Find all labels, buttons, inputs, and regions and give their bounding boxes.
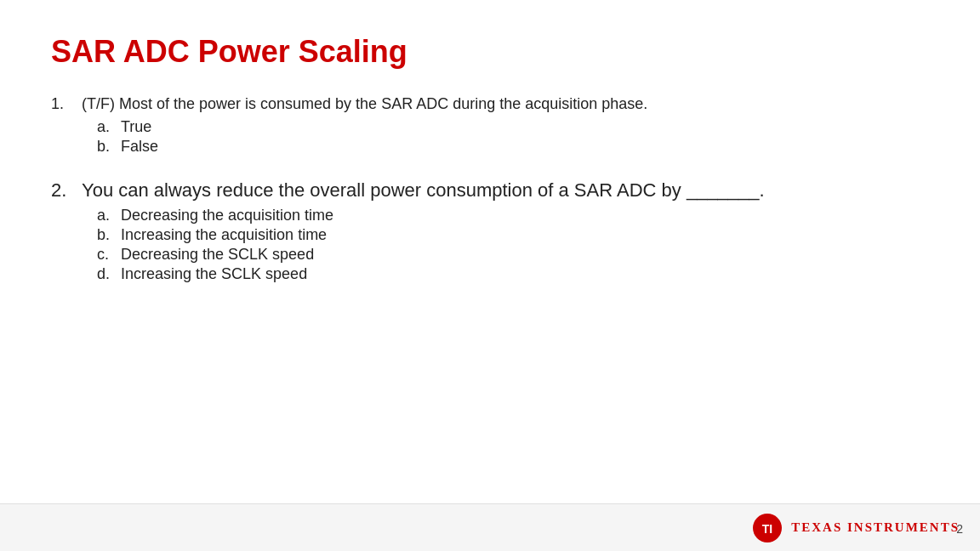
q2-option-b-label: b. xyxy=(97,226,121,244)
q1-option-b: b. False xyxy=(97,138,929,156)
ti-company-name: Texas Instruments xyxy=(791,520,960,535)
q2-option-c-label: c. xyxy=(97,246,121,264)
svg-text:TI: TI xyxy=(762,522,772,536)
q1-option-a-text: True xyxy=(121,118,151,136)
question-2-options: a. Decreasing the acquisition time b. In… xyxy=(97,207,929,283)
question-2-text: You can always reduce the overall power … xyxy=(82,179,765,202)
q2-option-b-text: Increasing the acquisition time xyxy=(121,226,327,244)
question-2-number: 2. xyxy=(51,179,82,202)
q2-option-c: c. Decreasing the SCLK speed xyxy=(97,246,929,264)
q1-option-a: a. True xyxy=(97,118,929,136)
q2-option-b: b. Increasing the acquisition time xyxy=(97,226,929,244)
question-2-row: 2. You can always reduce the overall pow… xyxy=(51,179,929,202)
question-1-number: 1. xyxy=(51,95,82,113)
slide-title: SAR ADC Power Scaling xyxy=(51,34,929,70)
ti-logo-icon: TI xyxy=(752,513,783,543)
q1-option-b-text: False xyxy=(121,138,158,156)
q1-option-a-label: a. xyxy=(97,118,121,136)
question-1-options: a. True b. False xyxy=(97,118,929,156)
question-2-block: 2. You can always reduce the overall pow… xyxy=(51,179,929,283)
q2-option-a-label: a. xyxy=(97,207,121,224)
footer: TI Texas Instruments xyxy=(0,503,980,551)
ti-logo: TI Texas Instruments xyxy=(752,513,960,543)
question-1-text: (T/F) Most of the power is consumed by t… xyxy=(82,95,647,113)
q2-option-a-text: Decreasing the acquisition time xyxy=(121,207,333,224)
page-number: 2 xyxy=(956,522,963,536)
q2-option-a: a. Decreasing the acquisition time xyxy=(97,207,929,224)
q2-option-c-text: Decreasing the SCLK speed xyxy=(121,246,314,264)
q2-option-d-label: d. xyxy=(97,265,121,283)
question-1-block: 1. (T/F) Most of the power is consumed b… xyxy=(51,95,929,156)
q2-option-d: d. Increasing the SCLK speed xyxy=(97,265,929,283)
slide: SAR ADC Power Scaling 1. (T/F) Most of t… xyxy=(0,0,980,551)
q2-option-d-text: Increasing the SCLK speed xyxy=(121,265,307,283)
question-1-row: 1. (T/F) Most of the power is consumed b… xyxy=(51,95,929,113)
q1-option-b-label: b. xyxy=(97,138,121,156)
